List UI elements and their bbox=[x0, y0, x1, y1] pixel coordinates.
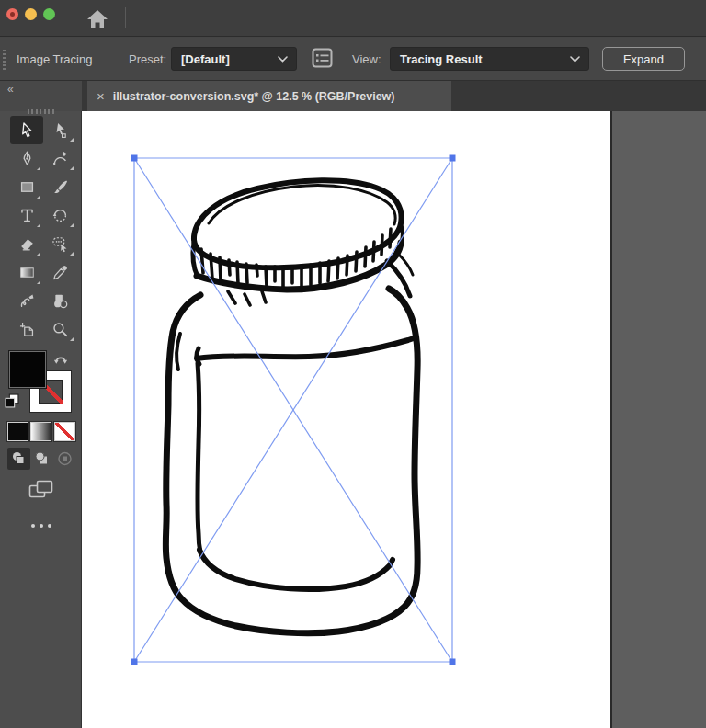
tool-eyedropper[interactable] bbox=[43, 258, 76, 287]
jar-inner-base-curve bbox=[199, 550, 393, 589]
draw-normal-icon bbox=[11, 451, 27, 466]
jar-label-line bbox=[197, 337, 416, 358]
flyout-corner-icon bbox=[70, 223, 74, 227]
flyout-corner-icon bbox=[37, 166, 40, 170]
expand-button[interactable]: Expand bbox=[602, 47, 685, 71]
tool-pen[interactable] bbox=[10, 144, 43, 173]
view-label: View: bbox=[352, 38, 381, 81]
document-tab[interactable]: × illustrator-conversion.svg* @ 12.5 % (… bbox=[87, 81, 451, 111]
illustrator-window: Image Tracing Preset: [Default] View: Tr… bbox=[0, 0, 706, 728]
edit-toolbar-button[interactable] bbox=[0, 524, 82, 528]
zoom-window-button[interactable] bbox=[43, 8, 55, 20]
traffic-lights bbox=[6, 8, 55, 20]
close-window-button[interactable] bbox=[6, 8, 18, 20]
draw-normal-button[interactable] bbox=[7, 448, 30, 470]
tool-zoom[interactable] bbox=[43, 315, 76, 344]
tool-eraser[interactable] bbox=[10, 230, 43, 258]
home-icon bbox=[86, 9, 108, 29]
drawing-mode-buttons bbox=[0, 448, 82, 471]
toolbar-grip-icon[interactable] bbox=[28, 109, 55, 114]
panel-title: Image Tracing bbox=[17, 38, 92, 81]
chevron-down-icon bbox=[278, 56, 288, 63]
tool-curvature[interactable] bbox=[43, 144, 76, 173]
fill-swatch[interactable] bbox=[8, 350, 47, 389]
unsaved-dot-icon bbox=[10, 12, 15, 17]
window-titlebar bbox=[0, 0, 706, 37]
traced-jar-artwork bbox=[82, 111, 706, 728]
draw-inside-icon bbox=[57, 451, 73, 466]
tools-panel bbox=[0, 111, 82, 728]
tool-selection[interactable] bbox=[10, 116, 43, 144]
tracing-options-button[interactable] bbox=[311, 47, 334, 69]
tab-close-icon[interactable]: × bbox=[97, 89, 105, 103]
tool-direct-selection[interactable] bbox=[43, 116, 76, 144]
type-icon bbox=[18, 207, 36, 224]
gradient-button[interactable] bbox=[30, 422, 51, 441]
eyedropper-icon bbox=[51, 264, 69, 281]
draw-behind-icon bbox=[34, 451, 50, 466]
jar-lid-inner-accent bbox=[209, 186, 395, 224]
none-slash-icon bbox=[55, 423, 74, 440]
tool-rectangle[interactable] bbox=[10, 173, 43, 201]
tool-type[interactable] bbox=[10, 201, 43, 230]
flyout-corner-icon bbox=[70, 166, 74, 170]
selection-handle[interactable] bbox=[131, 155, 138, 162]
direct-selection-icon bbox=[51, 121, 69, 139]
tracing-panel-icon bbox=[312, 48, 333, 68]
tool-shaper[interactable] bbox=[10, 287, 43, 315]
image-tracing-control-bar: Image Tracing Preset: [Default] View: Tr… bbox=[0, 38, 706, 81]
jar-neck-right-accent bbox=[399, 255, 413, 275]
view-dropdown[interactable]: Tracing Result bbox=[390, 47, 589, 71]
home-button[interactable] bbox=[85, 7, 110, 30]
paintbrush-icon bbox=[51, 178, 69, 196]
panel-grip-icon[interactable] bbox=[3, 50, 6, 70]
rectangle-icon bbox=[18, 178, 36, 196]
comment-icon bbox=[51, 235, 69, 253]
minimize-window-button[interactable] bbox=[25, 8, 37, 20]
toolbar-collapse-button[interactable]: « bbox=[0, 81, 82, 111]
eraser-icon bbox=[18, 235, 36, 253]
tool-paintbrush[interactable] bbox=[43, 173, 76, 201]
curvature-icon bbox=[51, 150, 69, 167]
shape-builder-icon bbox=[51, 292, 69, 310]
draw-inside-button[interactable] bbox=[53, 448, 76, 470]
flyout-corner-icon bbox=[37, 252, 40, 256]
view-value: Tracing Result bbox=[400, 52, 483, 66]
selection-icon bbox=[18, 121, 36, 139]
tool-artboard[interactable] bbox=[10, 315, 43, 344]
rotate-icon bbox=[51, 207, 69, 224]
selection-handle[interactable] bbox=[131, 659, 138, 665]
screen-mode-icon bbox=[28, 480, 53, 501]
artboard-icon bbox=[18, 321, 36, 338]
tool-gradient[interactable] bbox=[10, 258, 43, 287]
tools-grid bbox=[10, 116, 76, 344]
draw-behind-button[interactable] bbox=[30, 448, 53, 470]
color-button[interactable] bbox=[7, 422, 28, 441]
jar-inner-left-line bbox=[198, 363, 200, 552]
titlebar-separator bbox=[125, 7, 126, 28]
document-tab-bar: « × illustrator-conversion.svg* @ 12.5 %… bbox=[0, 81, 706, 111]
jar-left-shoulder-accent bbox=[176, 334, 180, 370]
change-screen-mode-button[interactable] bbox=[27, 478, 54, 502]
default-fill-stroke-icon[interactable] bbox=[5, 393, 19, 412]
flyout-corner-icon bbox=[70, 138, 74, 142]
none-button[interactable] bbox=[54, 422, 75, 441]
tool-rotate[interactable] bbox=[43, 201, 76, 230]
selection-handle[interactable] bbox=[450, 155, 456, 162]
jar-body-outline bbox=[165, 289, 417, 633]
jar-shoulder-ticks bbox=[228, 291, 266, 305]
tab-title: illustrator-conversion.svg* @ 12.5 % (RG… bbox=[113, 90, 395, 103]
preset-label: Preset: bbox=[129, 38, 166, 81]
swap-fill-stroke-icon[interactable] bbox=[52, 352, 69, 369]
preset-value: [Default] bbox=[181, 52, 230, 66]
flyout-corner-icon bbox=[37, 223, 40, 227]
flyout-corner-icon bbox=[37, 280, 40, 284]
preset-dropdown[interactable]: [Default] bbox=[171, 47, 297, 71]
tool-comment[interactable] bbox=[43, 230, 76, 258]
pen-icon bbox=[18, 150, 36, 167]
tool-shape-builder[interactable] bbox=[43, 287, 76, 315]
flyout-corner-icon bbox=[70, 252, 74, 256]
shaper-icon bbox=[18, 292, 36, 310]
document-canvas[interactable] bbox=[82, 111, 706, 728]
selection-handle[interactable] bbox=[450, 659, 456, 665]
